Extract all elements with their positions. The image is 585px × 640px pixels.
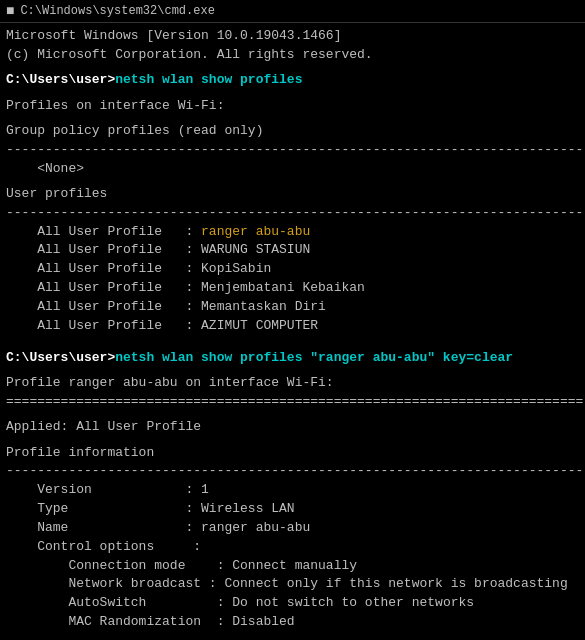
terminal-line: Group policy profiles (read only) <box>6 122 579 141</box>
terminal-line: ----------------------------------------… <box>6 462 579 481</box>
terminal-line: Profile information <box>6 444 579 463</box>
title-label: C:\Windows\system32\cmd.exe <box>20 4 214 18</box>
terminal-line: Network broadcast : Connect only if this… <box>6 575 579 594</box>
terminal-line: Version : 1 <box>6 481 579 500</box>
terminal-line: All User Profile : Menjembatani Kebaikan <box>6 279 579 298</box>
terminal-line: User profiles <box>6 185 579 204</box>
terminal-line: Profiles on interface Wi-Fi: <box>6 97 579 116</box>
terminal-line: ----------------------------------------… <box>6 204 579 223</box>
terminal-line: <None> <box>6 160 579 179</box>
terminal-line: C:\Users\user>netsh wlan show profiles "… <box>6 349 579 368</box>
terminal-line: Control options : <box>6 538 579 557</box>
terminal-line: All User Profile : KopiSabin <box>6 260 579 279</box>
terminal-line: All User Profile : ranger abu-abu <box>6 223 579 242</box>
terminal-line: Applied: All User Profile <box>6 418 579 437</box>
terminal-line: ----------------------------------------… <box>6 141 579 160</box>
terminal-line: Microsoft Windows [Version 10.0.19043.14… <box>6 27 579 46</box>
terminal-line: All User Profile : AZIMUT COMPUTER <box>6 317 579 336</box>
terminal-line: ========================================… <box>6 393 579 412</box>
terminal-line: AutoSwitch : Do not switch to other netw… <box>6 594 579 613</box>
terminal-line: (c) Microsoft Corporation. All rights re… <box>6 46 579 65</box>
cmd-icon: ■ <box>6 3 14 19</box>
terminal-line: C:\Users\user>netsh wlan show profiles <box>6 71 579 90</box>
terminal-line: All User Profile : Memantaskan Diri <box>6 298 579 317</box>
terminal-line: MAC Randomization : Disabled <box>6 613 579 632</box>
terminal-content: Microsoft Windows [Version 10.0.19043.14… <box>0 23 585 636</box>
terminal-line: All User Profile : WARUNG STASIUN <box>6 241 579 260</box>
terminal-line: Type : Wireless LAN <box>6 500 579 519</box>
terminal-line: Connection mode : Connect manually <box>6 557 579 576</box>
terminal-line: Name : ranger abu-abu <box>6 519 579 538</box>
title-bar: ■ C:\Windows\system32\cmd.exe <box>0 0 585 23</box>
terminal-line: Profile ranger abu-abu on interface Wi-F… <box>6 374 579 393</box>
